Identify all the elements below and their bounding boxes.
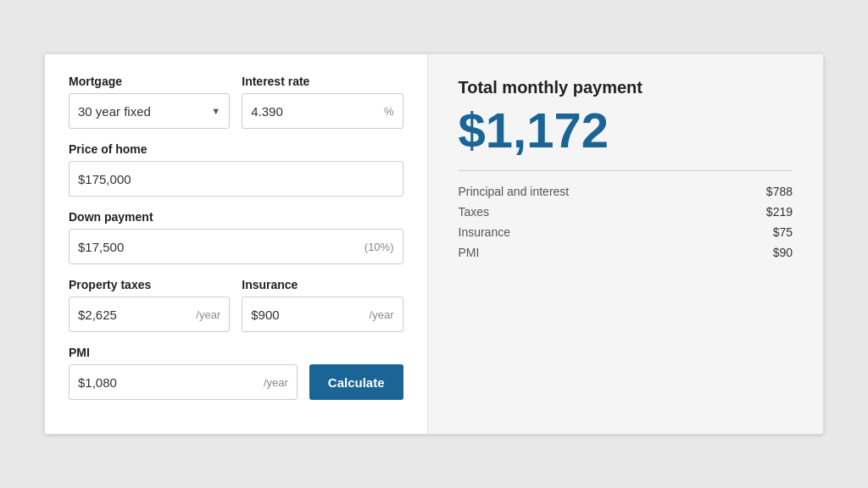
- down-payment-group: Down payment (10%): [69, 210, 403, 264]
- right-panel: Total monthly payment $1,172 Principal a…: [428, 54, 824, 434]
- breakdown-row-taxes: Taxes $219: [459, 205, 793, 219]
- calculator-wrapper: Mortgage 30 year fixed 15 year fixed 5/1…: [44, 53, 824, 435]
- breakdown-label-taxes: Taxes: [459, 205, 490, 219]
- price-of-home-group: Price of home: [69, 142, 403, 197]
- pmi-group: PMI /year Calculate: [69, 346, 403, 400]
- breakdown-row-insurance: Insurance $75: [459, 225, 793, 239]
- breakdown-label-principal: Principal and interest: [459, 185, 570, 198]
- mortgage-field-group: Mortgage 30 year fixed 15 year fixed 5/1…: [69, 75, 230, 129]
- interest-rate-input[interactable]: [251, 104, 379, 119]
- pmi-input-group: /year: [69, 364, 298, 400]
- chevron-down-icon: ▼: [211, 106, 220, 116]
- pmi-input-wrapper: /year: [69, 364, 298, 400]
- price-of-home-input[interactable]: [78, 172, 394, 186]
- pmi-calculate-row: /year Calculate: [69, 364, 403, 400]
- property-taxes-input[interactable]: [78, 308, 191, 322]
- insurance-field-group: Insurance /year: [242, 278, 403, 332]
- property-taxes-suffix: /year: [196, 308, 220, 321]
- calculate-button[interactable]: Calculate: [309, 364, 403, 400]
- total-monthly-amount: $1,172: [459, 106, 793, 155]
- property-taxes-field-group: Property taxes /year: [69, 278, 230, 332]
- breakdown-value-pmi: $90: [773, 246, 793, 259]
- insurance-input[interactable]: [251, 308, 364, 322]
- breakdown-list: Principal and interest $788 Taxes $219 I…: [459, 185, 793, 259]
- insurance-suffix: /year: [370, 308, 394, 321]
- breakdown-value-insurance: $75: [773, 225, 793, 239]
- down-payment-label: Down payment: [69, 210, 403, 224]
- pmi-input[interactable]: [78, 375, 259, 390]
- total-monthly-label: Total monthly payment: [459, 78, 793, 97]
- insurance-label: Insurance: [242, 278, 403, 291]
- interest-rate-suffix: %: [384, 105, 394, 118]
- interest-rate-input-wrapper: %: [242, 93, 403, 129]
- breakdown-value-principal: $788: [766, 185, 793, 198]
- down-payment-input[interactable]: [78, 240, 359, 254]
- interest-rate-field-group: Interest rate %: [242, 75, 403, 129]
- divider: [459, 170, 793, 171]
- price-of-home-label: Price of home: [69, 142, 403, 156]
- breakdown-value-taxes: $219: [766, 205, 793, 219]
- property-taxes-input-wrapper: /year: [69, 297, 230, 332]
- price-of-home-input-wrapper: [69, 161, 403, 197]
- mortgage-interest-row: Mortgage 30 year fixed 15 year fixed 5/1…: [69, 75, 403, 129]
- pmi-suffix: /year: [264, 376, 288, 389]
- pmi-label: PMI: [69, 346, 403, 359]
- insurance-input-wrapper: /year: [242, 297, 403, 332]
- breakdown-row-pmi: PMI $90: [459, 246, 793, 259]
- mortgage-select[interactable]: 30 year fixed 15 year fixed 5/1 ARM: [78, 104, 208, 119]
- breakdown-row-principal: Principal and interest $788: [459, 185, 793, 198]
- property-taxes-label: Property taxes: [69, 278, 230, 291]
- mortgage-select-wrapper[interactable]: 30 year fixed 15 year fixed 5/1 ARM ▼: [69, 93, 230, 129]
- mortgage-label: Mortgage: [69, 75, 230, 88]
- down-payment-input-wrapper: (10%): [69, 229, 403, 264]
- left-panel: Mortgage 30 year fixed 15 year fixed 5/1…: [45, 54, 428, 434]
- breakdown-label-insurance: Insurance: [459, 225, 510, 239]
- breakdown-label-pmi: PMI: [459, 246, 480, 259]
- interest-rate-label: Interest rate: [242, 75, 403, 88]
- taxes-insurance-row: Property taxes /year Insurance /year: [69, 278, 403, 332]
- down-payment-suffix: (10%): [364, 241, 394, 253]
